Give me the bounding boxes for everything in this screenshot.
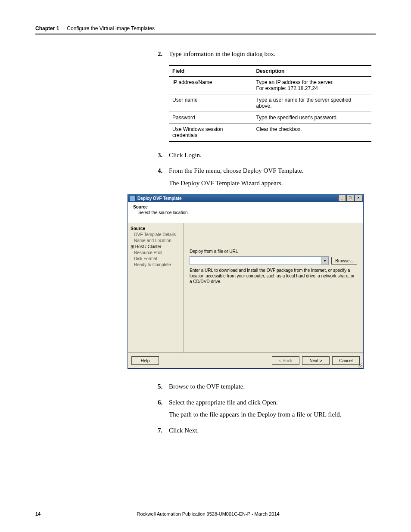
nav-item-name-location[interactable]: Name and Location xyxy=(131,238,181,244)
help-button[interactable]: Help xyxy=(131,356,159,365)
cell-field: Password xyxy=(169,112,252,123)
step-number: 5. xyxy=(158,382,162,392)
cell-desc: Type an IP address for the server. For e… xyxy=(252,76,371,94)
cell-desc: Type a user name for the server specifie… xyxy=(252,94,371,112)
step-text: Browse to the OVF template. xyxy=(169,383,245,390)
page-number: 14 xyxy=(35,511,40,516)
step-number: 2. xyxy=(158,49,162,59)
minimize-button[interactable]: _ xyxy=(338,195,346,202)
dialog-titlebar[interactable]: Deploy OVF Template _ □ × xyxy=(128,194,363,202)
table-row: User name Type a user name for the serve… xyxy=(169,94,371,112)
source-url-combo[interactable]: ▼ xyxy=(190,256,329,265)
browse-button[interactable]: Browse... xyxy=(331,257,357,264)
source-url-input[interactable] xyxy=(190,257,321,264)
step-7: 7. Click Next. xyxy=(158,426,376,436)
cell-desc: Type the specified user's password. xyxy=(252,112,371,123)
step-number: 6. xyxy=(158,398,162,408)
nav-item-disk-format[interactable]: Disk Format xyxy=(131,256,181,262)
dialog-section-subtitle: Select the source location. xyxy=(138,210,358,215)
cell-field: IP address/Name xyxy=(169,76,252,94)
chapter-label: Chapter 1 xyxy=(35,25,59,31)
deploy-from-label: Deploy from a file or URL xyxy=(190,249,357,254)
nav-item-source[interactable]: Source xyxy=(131,226,181,232)
resize-grip-icon[interactable] xyxy=(358,363,362,367)
publication-info: Rockwell Automation Publication 9528-UM0… xyxy=(40,511,376,516)
table-row: IP address/Name Type an IP address for t… xyxy=(169,76,371,94)
table-head-desc: Description xyxy=(252,65,371,77)
step-5: 5. Browse to the OVF template. xyxy=(158,382,376,392)
next-button[interactable]: Next > xyxy=(302,356,330,365)
wizard-nav: Source OVF Template Details Name and Loc… xyxy=(128,223,184,352)
table-row: Password Type the specified user's passw… xyxy=(169,112,371,123)
step-number: 3. xyxy=(158,150,162,160)
step-number: 7. xyxy=(158,426,162,436)
cell-field: User name xyxy=(169,94,252,112)
nav-item-ready[interactable]: Ready to Complete xyxy=(131,262,181,268)
step-number: 4. xyxy=(158,166,162,176)
close-button[interactable]: × xyxy=(355,195,362,202)
app-icon xyxy=(130,195,136,201)
chevron-down-icon[interactable]: ▼ xyxy=(321,257,328,264)
step-3: 3. Click Login. xyxy=(158,150,376,160)
cell-field: Use Windows session credentials xyxy=(169,123,252,141)
dialog-footer: Help < Back Next > Cancel xyxy=(128,352,363,368)
step-followup: The path to the file appears in the Depl… xyxy=(169,410,376,420)
table-row: Use Windows session credentials Clear th… xyxy=(169,123,371,141)
dialog-section-title: Source xyxy=(133,205,358,209)
step-text: Type information in the login dialog box… xyxy=(169,50,276,57)
chapter-title: Configure the Virtual Image Templates xyxy=(67,25,155,31)
nav-item-resource-pool[interactable]: Resource Pool xyxy=(131,250,181,256)
page-footer: 14 Rockwell Automation Publication 9528-… xyxy=(35,511,376,516)
step-text: From the File menu, choose Deploy OVF Te… xyxy=(169,167,303,174)
step-4: 4. From the File menu, choose Deploy OVF… xyxy=(158,166,376,188)
wizard-main: Deploy from a file or URL ▼ Browse... En… xyxy=(184,223,363,352)
step-followup: The Deploy OVF Template Wizard appears. xyxy=(169,178,376,188)
page-header: Chapter 1 Configure the Virtual Image Te… xyxy=(35,24,376,34)
step-text: Select the appropriate file and click Op… xyxy=(169,399,278,406)
step-6: 6. Select the appropriate file and click… xyxy=(158,398,376,420)
back-button[interactable]: < Back xyxy=(272,356,299,365)
nav-item-host-cluster[interactable]: ⊞ Host / Cluster xyxy=(131,244,181,250)
maximize-button[interactable]: □ xyxy=(346,195,354,202)
deploy-ovf-dialog: Deploy OVF Template _ □ × Source Select … xyxy=(128,194,364,369)
dialog-header: Source Select the source location. xyxy=(128,202,363,223)
cell-desc: Clear the checkbox. xyxy=(252,123,371,141)
login-fields-table: Field Description IP address/Name Type a… xyxy=(169,65,371,142)
step-text: Click Login. xyxy=(169,152,202,159)
step-2: 2. Type information in the login dialog … xyxy=(158,49,376,59)
source-hint-text: Enter a URL to download and install the … xyxy=(190,268,357,284)
nav-item-details[interactable]: OVF Template Details xyxy=(131,232,181,238)
cancel-button[interactable]: Cancel xyxy=(332,356,360,365)
tree-expand-icon[interactable]: ⊞ xyxy=(131,244,134,249)
step-text: Click Next. xyxy=(169,427,199,434)
dialog-title: Deploy OVF Template xyxy=(137,196,182,201)
table-head-field: Field xyxy=(169,65,252,77)
